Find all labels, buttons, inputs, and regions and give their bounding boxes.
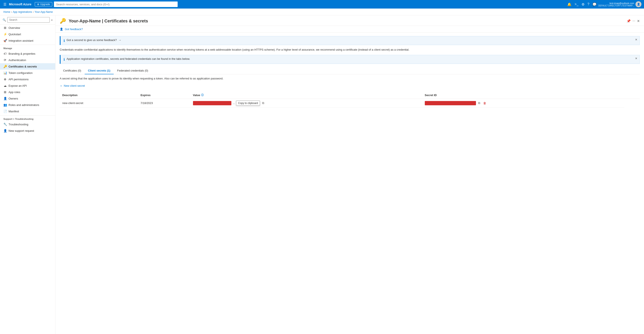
feedback-icon[interactable]: 💬 bbox=[592, 2, 597, 7]
title-separator: | bbox=[102, 19, 104, 23]
sidebar-label-troubleshooting: Troubleshooting bbox=[8, 123, 28, 126]
row-value-cell: ... Copy to clipboard ⧉ bbox=[190, 99, 422, 107]
sidebar-item-quickstart[interactable]: ⚡ Quickstart bbox=[0, 31, 55, 37]
quickstart-icon: ⚡ bbox=[4, 33, 7, 36]
secrets-table: Description Expires Value ⓘ Secret ID bbox=[60, 92, 640, 108]
roles-icon: 👥 bbox=[4, 103, 7, 107]
info-banner-icon: ℹ bbox=[64, 57, 65, 62]
upgrade-button[interactable]: ⊕ Upgrade bbox=[35, 2, 52, 7]
info-banner-text: Application registration certificates, s… bbox=[66, 57, 190, 60]
sidebar-item-branding[interactable]: 🏷 Branding & properties bbox=[0, 50, 55, 57]
sidebar-label-manifest: Manifest bbox=[8, 110, 19, 113]
sidebar-item-authentication[interactable]: ⟳ Authentication bbox=[0, 57, 55, 63]
certificates-icon: 🔑 bbox=[4, 65, 7, 68]
col-value: Value ⓘ bbox=[190, 92, 422, 99]
app-name: Your-App-Name bbox=[69, 19, 101, 23]
row-expires: 7/18/2023 bbox=[138, 99, 190, 107]
sidebar-item-troubleshooting[interactable]: 🔧 Troubleshooting bbox=[0, 121, 55, 127]
sidebar-label-api: API permissions bbox=[8, 78, 28, 81]
info-banner: ℹ Application registration certificates,… bbox=[60, 55, 640, 64]
feedback-banner-text: Got a second to give us some feedback? bbox=[66, 39, 117, 42]
sidebar-label-expose: Expose an API bbox=[8, 84, 27, 87]
upgrade-label: Upgrade bbox=[40, 3, 50, 6]
value-info-icon[interactable]: ⓘ bbox=[201, 93, 204, 97]
notifications-icon[interactable]: 🔔 bbox=[567, 2, 572, 7]
row-secret-id-cell: ⧉ 🗑 bbox=[422, 99, 624, 107]
sidebar-search-container: 🔍 « bbox=[0, 15, 55, 25]
cloud-shell-icon[interactable]: >_ bbox=[574, 2, 578, 6]
breadcrumb-home[interactable]: Home bbox=[4, 11, 10, 14]
authentication-icon: ⟳ bbox=[4, 58, 7, 62]
sidebar-item-new-support[interactable]: 👤 New support request bbox=[0, 127, 55, 134]
page-description: Credentials enable confidential applicat… bbox=[60, 48, 640, 52]
content-area: ℹ Got a second to give us some feedback?… bbox=[56, 33, 644, 111]
sidebar-collapse-button[interactable]: « bbox=[51, 18, 53, 22]
sidebar-item-api-permissions[interactable]: ⊕ API permissions bbox=[0, 76, 55, 82]
new-secret-plus-icon: ＋ bbox=[60, 84, 62, 88]
sidebar-item-owners[interactable]: 👤 Owners bbox=[0, 95, 55, 102]
sidebar-item-manifest[interactable]: 📄 Manifest bbox=[0, 108, 55, 114]
copy-secret-id-button[interactable]: ⧉ bbox=[477, 101, 481, 105]
tab-client-secrets[interactable]: Client secrets (1) bbox=[85, 67, 114, 74]
user-email: test-imap@outlook.com bbox=[598, 2, 634, 5]
sidebar-search-icon: 🔍 bbox=[2, 18, 6, 22]
sidebar-label-owners: Owners bbox=[8, 97, 18, 100]
more-options-icon[interactable]: ··· bbox=[632, 19, 635, 23]
page-title: Your-App-Name | Certificates & secrets bbox=[69, 19, 148, 24]
nav-icons: 🔔 >_ ⚙ ? 💬 bbox=[567, 2, 596, 7]
sidebar-search-input[interactable] bbox=[7, 17, 50, 23]
credentials-tabs: Certificates (0) Client secrets (1) Fede… bbox=[60, 67, 640, 74]
main-content: 🔑 Your-App-Name | Certificates & secrets… bbox=[56, 15, 644, 334]
brand-name: Microsoft Azure bbox=[9, 3, 31, 6]
tab-federated-credentials[interactable]: Federated credentials (0) bbox=[114, 67, 152, 74]
copy-value-button[interactable]: ⧉ bbox=[261, 101, 265, 105]
col-expires: Expires bbox=[138, 92, 190, 99]
global-search-input[interactable] bbox=[54, 2, 178, 7]
feedback-user-icon: 👤 bbox=[60, 28, 63, 31]
sidebar-item-expose-api[interactable]: ☁ Expose an API bbox=[0, 82, 55, 89]
close-icon[interactable]: ✕ bbox=[637, 19, 640, 23]
sidebar-item-integration-assistant[interactable]: 🚀 Integration assistant bbox=[0, 37, 55, 44]
sidebar-item-token-config[interactable]: 📊 Token configuration bbox=[0, 70, 55, 76]
pin-icon[interactable]: 📌 bbox=[626, 19, 631, 23]
breadcrumb-app-registrations[interactable]: App registrations bbox=[13, 11, 32, 14]
branding-icon: 🏷 bbox=[4, 52, 7, 55]
sidebar-label-integration: Integration assistant bbox=[8, 39, 33, 42]
sidebar-item-certificates[interactable]: 🔑 Certificates & secrets bbox=[0, 63, 55, 70]
sidebar-label-token: Token configuration bbox=[8, 71, 33, 75]
secret-id-redacted-bar bbox=[425, 101, 476, 105]
hamburger-menu[interactable]: ☰ bbox=[2, 2, 7, 7]
copy-to-clipboard-tooltip: Copy to clipboard bbox=[236, 101, 260, 106]
sidebar-label-authentication: Authentication bbox=[8, 59, 26, 62]
breadcrumb-app-name[interactable]: Your-App-Name bbox=[34, 11, 53, 14]
user-avatar[interactable]: 👤 bbox=[636, 1, 642, 7]
sidebar-item-overview[interactable]: ⊞ Overview bbox=[0, 25, 55, 31]
feedback-arrow: → bbox=[118, 39, 121, 42]
page-subtitle: Certificates & secrets bbox=[104, 19, 148, 23]
delete-secret-button[interactable]: 🗑 bbox=[482, 101, 487, 105]
sidebar-label-branding: Branding & properties bbox=[8, 52, 36, 55]
tab-certificates[interactable]: Certificates (0) bbox=[60, 67, 85, 74]
troubleshooting-icon: 🔧 bbox=[4, 123, 7, 126]
sidebar-item-roles-admins[interactable]: 👥 Roles and administrators bbox=[0, 102, 55, 108]
new-client-secret-button[interactable]: ＋ New client secret bbox=[60, 83, 85, 89]
help-icon[interactable]: ? bbox=[588, 2, 590, 6]
sidebar-label-quickstart: Quickstart bbox=[8, 33, 21, 36]
page-key-icon: 🔑 bbox=[60, 18, 66, 24]
page-header: 🔑 Your-App-Name | Certificates & secrets… bbox=[56, 15, 644, 26]
header-actions: 📌 ··· ✕ bbox=[626, 19, 640, 23]
breadcrumb-sep-2: › bbox=[33, 11, 34, 14]
overview-icon: ⊞ bbox=[4, 26, 7, 30]
app-roles-icon: ⊞ bbox=[4, 90, 7, 94]
layout: 🔍 « ⊞ Overview ⚡ Quickstart 🚀 Integratio… bbox=[0, 15, 644, 334]
sidebar-item-app-roles[interactable]: ⊞ App roles bbox=[0, 89, 55, 95]
manifest-icon: 📄 bbox=[4, 110, 7, 113]
support-section-header: Support + Troubleshooting bbox=[0, 115, 55, 121]
top-navigation: ☰ Microsoft Azure ⊕ Upgrade 🔔 >_ ⚙ ? 💬 t… bbox=[0, 0, 644, 9]
settings-icon[interactable]: ⚙ bbox=[582, 2, 584, 7]
info-banner-close[interactable]: ✕ bbox=[635, 57, 638, 60]
feedback-banner-close[interactable]: ✕ bbox=[635, 38, 638, 41]
expose-api-icon: ☁ bbox=[4, 84, 7, 87]
feedback-bar[interactable]: 👤 Got feedback? bbox=[56, 26, 644, 33]
user-info[interactable]: test-imap@outlook.com DEFAULT DIRECTORY … bbox=[598, 1, 642, 7]
